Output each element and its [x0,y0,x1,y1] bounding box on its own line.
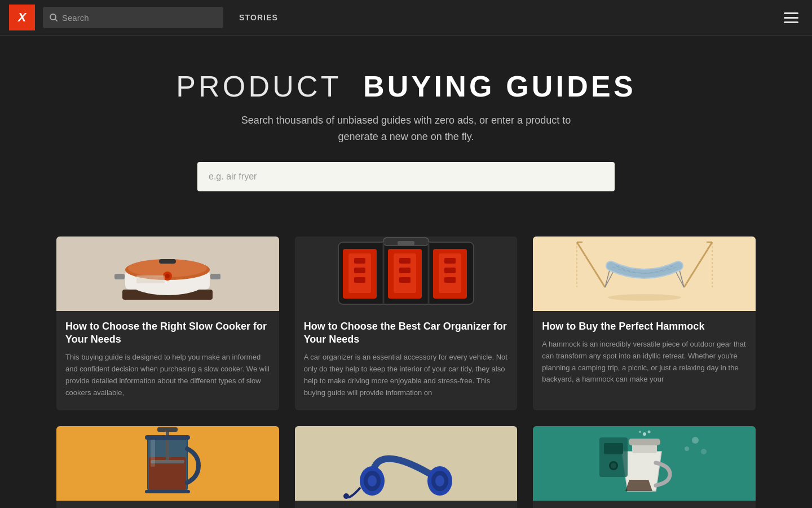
svg-rect-48 [151,460,184,463]
hamburger-menu-button[interactable] [779,8,803,28]
svg-rect-50 [145,435,190,440]
svg-point-9 [165,274,170,278]
hamburger-line-1 [784,12,798,14]
svg-point-68 [692,437,699,444]
card-coffee-maker[interactable]: How to Choose the Best Coffee Maker A go… [533,426,756,508]
hero-title-bold: BUYING GUIDES [363,70,636,103]
logo-text: X [18,10,27,25]
card-body-french-press: How to Choose the Best French Press A Fr… [56,501,279,508]
card-image-coffee-maker [533,426,756,501]
cards-grid: How to Choose the Right Slow Cooker for … [56,237,756,508]
card-body-headphones: How to Choose the Best Headphones Headph… [295,501,518,508]
card-image-hammock [533,237,756,311]
hamburger-line-3 [784,21,798,23]
svg-rect-32 [398,241,414,246]
card-desc-car-organizer: A car organizer is an essential accessor… [304,352,509,398]
svg-point-58 [343,493,349,499]
svg-rect-25 [399,268,411,273]
card-car-organizer[interactable]: How to Choose the Best Car Organizer for… [295,237,518,410]
svg-rect-24 [399,258,411,264]
svg-line-35 [684,242,712,287]
svg-rect-29 [444,258,456,264]
card-body-slow-cooker: How to Choose the Right Slow Cooker for … [56,311,279,410]
hero-title-light: PRODUCT [176,70,341,103]
svg-point-67 [611,463,616,468]
svg-line-33 [577,242,605,287]
svg-line-1 [55,19,58,21]
svg-rect-46 [166,429,169,463]
card-headphones[interactable]: How to Choose the Best Headphones Headph… [295,426,518,508]
svg-rect-21 [354,277,365,283]
svg-point-70 [701,449,707,454]
header: X STORIES [0,0,812,36]
card-image-french-press [56,426,279,501]
nav-stories-link[interactable]: STORIES [239,13,278,22]
svg-rect-60 [629,439,660,445]
card-hammock[interactable]: How to Buy the Perfect Hammock A hammock… [533,237,756,410]
svg-point-54 [368,475,377,487]
card-body-hammock: How to Buy the Perfect Hammock A hammock… [533,311,756,397]
svg-rect-26 [399,277,411,283]
svg-point-41 [608,294,681,301]
svg-point-69 [685,446,689,451]
hero-subtitle: Search thousands of unbiased guides with… [11,112,801,145]
card-body-car-organizer: How to Choose the Best Car Organizer for… [295,311,518,410]
hero-search-input[interactable] [197,162,615,191]
svg-rect-47 [157,427,178,432]
header-search-bar[interactable] [43,7,223,28]
card-image-slow-cooker [56,237,279,311]
card-body-coffee-maker: How to Choose the Best Coffee Maker A go… [533,501,756,508]
card-title-car-organizer: How to Choose the Best Car Organizer for… [304,320,509,347]
card-title-hammock: How to Buy the Perfect Hammock [542,320,747,333]
svg-rect-19 [354,258,365,264]
logo[interactable]: X [9,5,35,30]
svg-point-63 [639,431,641,433]
svg-point-57 [435,475,444,487]
cards-section: How to Choose the Right Slow Cooker for … [0,214,812,508]
svg-rect-65 [604,443,623,454]
svg-rect-30 [444,268,456,273]
page-title: PRODUCT BUYING GUIDES [11,69,801,103]
svg-rect-11 [210,274,220,279]
card-image-headphones [295,426,518,501]
card-title-slow-cooker: How to Choose the Right Slow Cooker for … [65,320,270,347]
hamburger-line-2 [784,17,798,19]
svg-rect-49 [151,439,155,467]
svg-point-62 [647,430,650,433]
svg-rect-20 [354,268,365,273]
svg-rect-7 [159,259,176,264]
card-desc-hammock: A hammock is an incredibly versatile pie… [542,339,747,386]
svg-point-61 [643,432,646,436]
svg-rect-12 [136,275,165,283]
card-image-car-organizer [295,237,518,311]
svg-rect-31 [444,277,456,283]
card-french-press[interactable]: How to Choose the Best French Press A Fr… [56,426,279,508]
search-input[interactable] [62,13,217,23]
svg-rect-51 [145,490,190,493]
svg-rect-10 [114,274,125,279]
search-icon [50,14,58,21]
hero-section: PRODUCT BUYING GUIDES Search thousands o… [0,36,812,214]
card-desc-slow-cooker: This buying guide is designed to help yo… [65,352,270,398]
card-slow-cooker[interactable]: How to Choose the Right Slow Cooker for … [56,237,279,410]
hero-search-wrap [197,162,615,191]
